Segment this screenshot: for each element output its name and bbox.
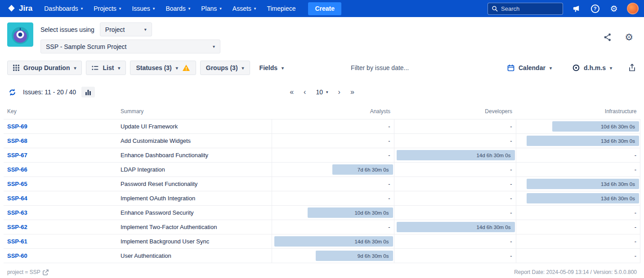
nav-boards[interactable]: Boards▾ [160,0,196,17]
issue-key-link[interactable]: SSP-61 [7,238,27,245]
analysts-duration-cell: - [272,119,394,134]
issue-key-cell: SSP-67 [4,148,117,163]
issue-summary: Enhance Password Security [117,206,272,220]
analysts-duration-cell: 10d 6h 30m 0s [272,206,394,220]
developers-duration-cell: - [394,163,516,177]
fields-button[interactable]: Fields ▾ [254,61,290,75]
next-page-button[interactable]: › [338,88,340,96]
report-toolbar: Group Duration ▾ List ▾ Statuses (3) ▾ G… [0,57,644,80]
user-avatar[interactable] [627,3,639,14]
chevron-down-icon: ▾ [282,66,284,71]
groups-label: Groups (3) [206,64,238,71]
infrastructure-duration-cell: - [516,163,640,177]
header-actions: ⚙ [602,22,637,43]
last-page-button[interactable]: » [350,88,354,96]
infrastructure-duration-cell: 13d 6h 30m 0s [516,134,640,148]
issue-key-link[interactable]: SSP-67 [7,152,27,159]
group-duration-label: Group Duration [23,64,70,71]
issue-date-filter-input[interactable] [351,64,454,71]
nav-dashboards[interactable]: Dashboards▾ [39,0,88,17]
issue-summary: Add Customizable Widgets [117,134,272,148]
issue-key-link[interactable]: SSP-68 [7,137,27,144]
duration-bar: 13d 6h 30m 0s [527,179,639,189]
search-icon [492,5,498,12]
issue-key-cell: SSP-60 [4,249,117,263]
statuses-button[interactable]: Statuses (3) ▾ [130,61,196,75]
analysts-duration-cell: 14d 6h 30m 0s [272,234,394,249]
time-format-button[interactable]: d.h.m.s ▾ [567,61,617,75]
issue-selection-controls: Select issues using Project ▾ SSP - Samp… [40,22,220,53]
analysts-duration-cell: 7d 6h 30m 0s [272,163,394,177]
report-settings-button[interactable]: ⚙ [624,31,634,43]
share-button[interactable] [602,32,613,43]
grid-icon [13,65,19,71]
jira-logo[interactable]: Jira [5,4,39,13]
previous-page-button[interactable]: ‹ [304,88,306,96]
nav-timepiece[interactable]: Timepiece [261,0,301,17]
groups-button[interactable]: Groups (3) ▾ [200,61,250,75]
select-issues-using-label: Select issues using [40,26,94,33]
help-icon[interactable]: ? [589,3,601,14]
gear-icon: ⚙ [625,32,633,42]
issue-key-link[interactable]: SSP-65 [7,181,27,187]
view-list-button[interactable]: List ▾ [86,61,126,75]
issue-row: SSP-67Enhance Dashboard Functionality-14… [4,148,640,163]
issue-key-link[interactable]: SSP-66 [7,166,27,173]
create-button[interactable]: Create [308,2,341,15]
issue-row: SSP-62Implement Two-Factor Authenticatio… [4,220,640,234]
calendar-button[interactable]: Calendar ▾ [502,61,557,75]
infrastructure-duration-cell: - [516,220,640,234]
chevron-down-icon: ▾ [550,66,552,71]
refresh-button[interactable] [7,87,18,97]
project-select[interactable]: SSP - Sample Scrum Project ▾ [40,40,220,53]
developers-duration-cell: - [394,119,516,134]
chevron-down-icon: ▾ [153,7,155,11]
first-page-button[interactable]: « [290,88,294,96]
chevron-down-icon: ▾ [219,7,222,11]
developers-duration-cell: - [394,134,516,148]
settings-gear-icon[interactable]: ⚙ [608,3,620,14]
nav-projects[interactable]: Projects▾ [88,0,126,17]
duration-bar: 13d 6h 30m 0s [527,136,639,146]
chevron-down-icon: ▾ [74,66,76,71]
issue-source-value: Project [105,26,125,33]
issue-row: SSP-64Implement OAuth Integration--13d 6… [4,191,640,206]
issue-key-link[interactable]: SSP-69 [7,123,27,130]
duration-bar: 7d 6h 30m 0s [332,164,393,175]
clock-icon [572,64,580,71]
export-button[interactable] [627,63,637,73]
column-header-infrastructure: Infrastructure [516,106,640,119]
chevron-down-icon: ▾ [242,66,244,71]
report-date-version: Report Date: 2024-05-09 13:14 / Version:… [514,269,637,275]
statuses-label: Statuses (3) [136,64,171,71]
list-label: List [103,64,114,71]
nav-assets[interactable]: Assets▾ [227,0,262,17]
chart-view-button[interactable] [81,87,95,97]
chevron-down-icon: ▾ [176,66,178,71]
issue-key-link[interactable]: SSP-60 [7,252,27,259]
issue-key-cell: SSP-61 [4,234,117,249]
issue-key-link[interactable]: SSP-63 [7,209,27,216]
nav-plans[interactable]: Plans▾ [196,0,227,17]
group-duration-button[interactable]: Group Duration ▾ [7,61,82,75]
timepiece-app-logo [7,22,33,47]
issue-summary: Enhance Dashboard Functionality [117,148,272,163]
issue-key-link[interactable]: SSP-64 [7,195,27,202]
issue-source-select[interactable]: Project ▾ [100,22,152,36]
pagination: « ‹ 10 ▾ › » [290,88,354,96]
nav-boards-label: Boards [165,5,185,12]
list-icon [92,65,98,71]
calendar-icon [507,64,514,71]
issue-row: SSP-68Add Customizable Widgets--13d 6h 3… [4,134,640,148]
chevron-down-icon: ▾ [610,66,612,71]
external-link-icon[interactable] [43,269,49,275]
issue-row: SSP-66LDAP Integration7d 6h 30m 0s-- [4,163,640,177]
chevron-down-icon: ▾ [188,7,191,11]
announcement-icon[interactable] [570,3,582,14]
issue-key-link[interactable]: SSP-62 [7,224,27,230]
global-search[interactable] [487,3,563,15]
page-size-select[interactable]: 10 ▾ [316,88,328,96]
nav-issues[interactable]: Issues▾ [126,0,160,17]
report-header: Select issues using Project ▾ SSP - Samp… [0,17,644,57]
search-input[interactable] [501,5,557,12]
